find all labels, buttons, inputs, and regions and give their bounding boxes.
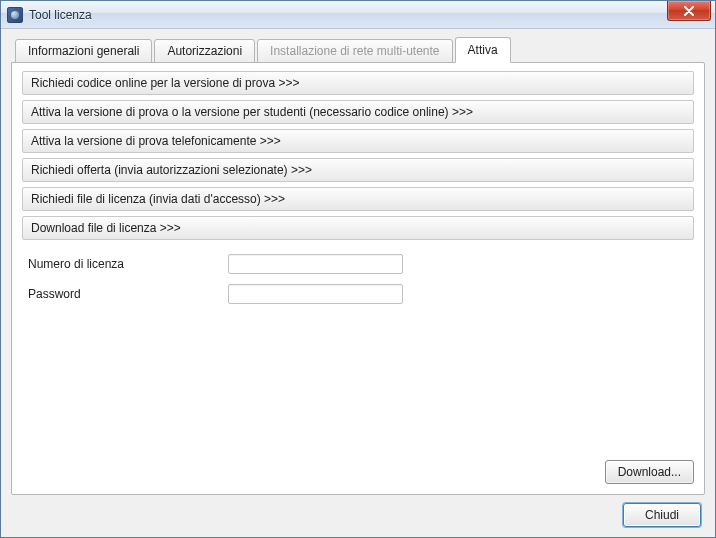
tab-authorizations[interactable]: Autorizzazioni <box>154 39 255 63</box>
close-button[interactable]: Chiudi <box>623 503 701 527</box>
window-title: Tool licenza <box>29 8 92 22</box>
option-activate-phone[interactable]: Attiva la versione di prova telefonicame… <box>22 129 694 153</box>
option-request-online-code[interactable]: Richiedi codice online per la versione d… <box>22 71 694 95</box>
tab-panel-activate: Richiedi codice online per la versione d… <box>11 62 705 495</box>
password-input[interactable] <box>228 284 403 304</box>
tab-general-info[interactable]: Informazioni generali <box>15 39 152 63</box>
form-row-license: Numero di licenza <box>28 254 688 274</box>
client-area: Informazioni generali Autorizzazioni Ins… <box>1 29 715 537</box>
license-number-label: Numero di licenza <box>28 257 228 271</box>
option-request-offer[interactable]: Richiedi offerta (invia autorizzazioni s… <box>22 158 694 182</box>
tab-network-install: Installazione di rete multi-utente <box>257 39 452 63</box>
option-request-license-file[interactable]: Richiedi file di licenza (invia dati d'a… <box>22 187 694 211</box>
app-icon <box>7 7 23 23</box>
option-activate-trial-student[interactable]: Attiva la versione di prova o la version… <box>22 100 694 124</box>
license-number-input[interactable] <box>228 254 403 274</box>
tab-activate[interactable]: Attiva <box>455 37 511 63</box>
form-row-password: Password <box>28 284 688 304</box>
tabstrip: Informazioni generali Autorizzazioni Ins… <box>11 37 705 63</box>
close-icon <box>683 6 695 16</box>
dialog-footer: Chiudi <box>11 495 705 527</box>
titlebar: Tool licenza <box>1 1 715 29</box>
panel-footer: Download... <box>22 460 694 484</box>
license-tool-window: Tool licenza Informazioni generali Autor… <box>0 0 716 538</box>
download-button[interactable]: Download... <box>605 460 694 484</box>
password-label: Password <box>28 287 228 301</box>
download-form: Numero di licenza Password <box>22 254 694 314</box>
activation-options-list: Richiedi codice online per la versione d… <box>22 71 694 240</box>
option-download-license-file[interactable]: Download file di licenza >>> <box>22 216 694 240</box>
window-close-button[interactable] <box>667 1 711 21</box>
